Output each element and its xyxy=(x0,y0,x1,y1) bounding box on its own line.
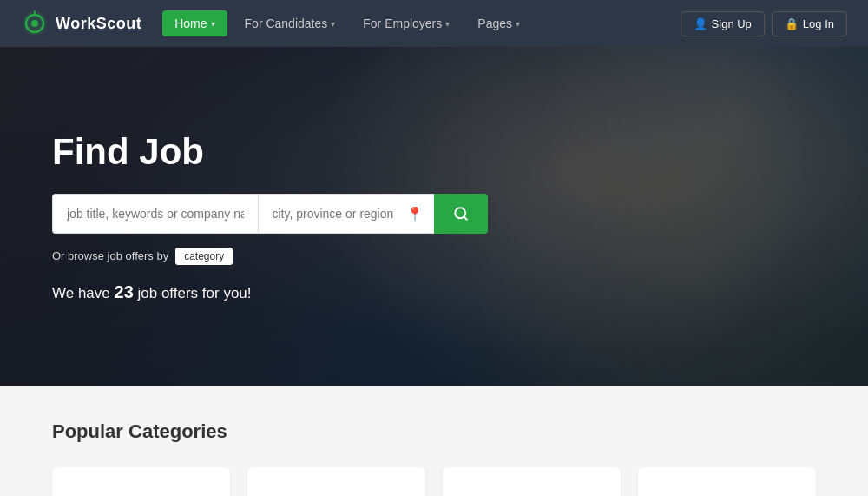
for-candidates-label: For Candidates xyxy=(245,17,328,30)
job-search-input[interactable] xyxy=(52,194,258,234)
employers-chevron-icon: ▾ xyxy=(445,19,450,29)
job-count-number: 23 xyxy=(115,282,134,301)
login-button[interactable]: 🔒 Log In xyxy=(772,11,847,36)
auth-buttons: 👤 Sign Up 🔒 Log In xyxy=(681,11,847,36)
hero-content: Find Job 📍 Or browse job offers by categ… xyxy=(0,131,540,302)
browse-row: Or browse job offers by category xyxy=(52,248,488,265)
logo: WorkScout xyxy=(21,10,141,37)
category-card-telecom[interactable]: Telecommunications 4 xyxy=(443,467,621,496)
for-candidates-nav[interactable]: For Candidates ▾ xyxy=(234,10,346,36)
pages-nav[interactable]: Pages ▾ xyxy=(467,10,530,36)
search-button[interactable] xyxy=(434,194,488,234)
for-employers-nav[interactable]: For Employers ▾ xyxy=(352,10,460,36)
signup-label: Sign Up xyxy=(712,17,752,30)
browse-prefix-text: Or browse job offers by xyxy=(52,249,168,262)
for-employers-label: For Employers xyxy=(363,17,442,30)
category-card-healthcare[interactable]: Healthcare 4 xyxy=(247,467,425,496)
location-input-wrap: 📍 xyxy=(258,194,435,234)
home-nav-label: Home xyxy=(174,17,207,30)
home-nav-button[interactable]: Home ▾ xyxy=(162,10,227,36)
navbar: WorkScout Home ▾ For Candidates ▾ For Em… xyxy=(0,0,868,47)
pages-label: Pages xyxy=(477,17,512,30)
pages-chevron-icon: ▾ xyxy=(516,19,520,29)
candidates-chevron-icon: ▾ xyxy=(331,19,335,29)
brand-name: WorkScout xyxy=(56,15,141,33)
category-card-automotive[interactable]: Automotive Jobs 4 xyxy=(52,467,230,496)
category-card-finance[interactable]: Accounting / Finance 3 xyxy=(638,467,816,496)
login-label: Log In xyxy=(803,17,834,30)
svg-point-2 xyxy=(31,20,38,27)
signup-button[interactable]: 👤 Sign Up xyxy=(681,11,765,36)
home-chevron-icon: ▾ xyxy=(211,19,215,29)
logo-icon xyxy=(21,10,49,37)
signup-icon: 👤 xyxy=(694,17,707,30)
lock-icon: 🔒 xyxy=(785,17,799,30)
job-count-row: We have 23 job offers for you! xyxy=(52,282,488,302)
search-row: 📍 xyxy=(52,194,488,234)
search-icon xyxy=(453,206,469,222)
category-browse-badge[interactable]: category xyxy=(175,248,233,265)
location-pin-icon: 📍 xyxy=(406,205,424,222)
job-count-suffix: job offers for you! xyxy=(138,285,252,301)
hero-title: Find Job xyxy=(52,131,488,173)
job-count-prefix: We have xyxy=(52,285,110,301)
svg-line-5 xyxy=(464,216,466,219)
categories-grid: Automotive Jobs 4 Healthcare 4 xyxy=(52,467,816,496)
hero-section: Find Job 📍 Or browse job offers by categ… xyxy=(0,47,868,386)
categories-section: Popular Categories Automotive Jobs 4 xyxy=(0,386,868,496)
categories-title: Popular Categories xyxy=(52,420,816,443)
